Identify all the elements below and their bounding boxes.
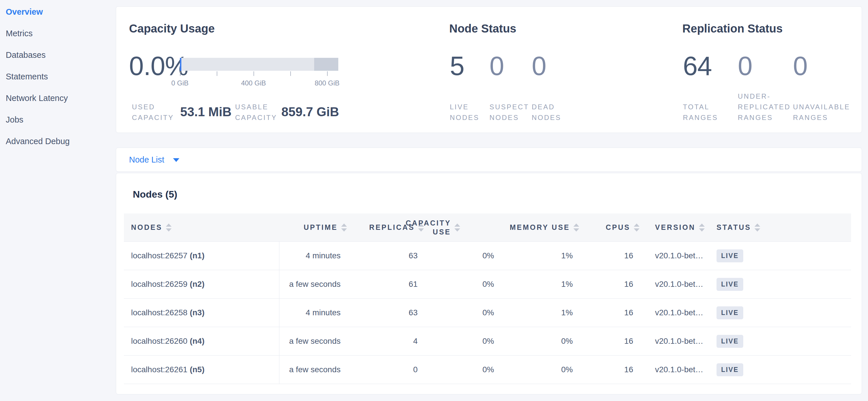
node-status-title: Node Status [449, 23, 516, 34]
gauge-tick [180, 71, 181, 76]
table-row[interactable]: localhost:26261(n5) a few seconds 0 0% 0… [124, 355, 851, 384]
uptime-cell: a few seconds [279, 270, 349, 298]
status-cell: LIVE [711, 298, 851, 327]
nodes-table: NODES UPTIME REPLICAS CAPACITY USE MEMOR… [124, 213, 851, 384]
sort-icon [574, 224, 579, 232]
used-capacity-value: 53.1 MiB [180, 106, 232, 118]
sidebar-item-metrics[interactable]: Metrics [0, 23, 116, 44]
sort-icon [341, 224, 347, 232]
status-cell: LIVE [711, 327, 851, 355]
suspect-nodes-count: 0 [490, 53, 504, 79]
capacity-gauge [180, 58, 338, 71]
version-cell: v20.1.0-bet… [642, 270, 711, 298]
dead-nodes-count: 0 [532, 53, 546, 79]
uptime-cell: a few seconds [279, 327, 349, 355]
total-ranges-label: TOTAL RANGES [683, 102, 726, 123]
uptime-cell: 4 minutes [279, 241, 349, 270]
node-list-dropdown-label: Node List [129, 155, 164, 165]
cpus-cell: 16 [582, 355, 642, 384]
capacity-gauge-reserved-segment [314, 58, 338, 71]
gauge-tick-label: 400 GiB [241, 79, 266, 87]
gauge-tick-label: 800 GiB [315, 79, 340, 87]
column-header-uptime[interactable]: UPTIME [279, 223, 349, 232]
sidebar-item-statements[interactable]: Statements [0, 66, 116, 87]
uptime-cell: a few seconds [279, 355, 349, 384]
gauge-tick [217, 71, 217, 76]
cpus-cell: 16 [582, 327, 642, 355]
sort-icon [455, 224, 500, 232]
column-header-memory-use[interactable]: MEMORY USE [503, 223, 582, 232]
node-address-cell: localhost:26258(n3) [124, 298, 279, 327]
sidebar: Overview Metrics Databases Statements Ne… [0, 0, 116, 401]
node-address-cell: localhost:26257(n1) [124, 241, 279, 270]
sidebar-item-databases[interactable]: Databases [0, 44, 116, 66]
replication-status-title: Replication Status [682, 23, 783, 34]
gauge-tick [290, 71, 291, 76]
memory-use-cell: 0% [503, 355, 582, 384]
live-nodes-count: 5 [450, 53, 464, 79]
replicas-cell: 61 [349, 270, 426, 298]
memory-use-cell: 0% [503, 327, 582, 355]
column-header-capacity-use[interactable]: CAPACITY USE [426, 219, 503, 236]
capacity-usage-title: Capacity Usage [129, 23, 215, 34]
nodes-card: Nodes (5) NODES UPTIME REPLICAS CAPACITY… [116, 173, 862, 394]
unavailable-ranges-label: UNAVAILABLE RANGES [793, 102, 863, 123]
status-badge: LIVE [716, 335, 743, 348]
usable-capacity-label: USABLE CAPACITY [235, 102, 275, 123]
status-cell: LIVE [711, 355, 851, 384]
usable-capacity-value: 859.7 GiB [281, 106, 339, 118]
sidebar-item-overview[interactable]: Overview [0, 1, 116, 23]
sidebar-item-jobs[interactable]: Jobs [0, 109, 116, 131]
version-cell: v20.1.0-bet… [642, 327, 711, 355]
cluster-summary-card: Capacity Usage 0.0% 0 GiB 400 GiB 800 Gi… [116, 6, 862, 133]
used-capacity-label: USED CAPACITY [132, 102, 172, 123]
unavailable-ranges-count: 0 [793, 53, 807, 79]
version-cell: v20.1.0-bet… [642, 241, 711, 270]
node-address-cell: localhost:26261(n5) [124, 355, 279, 384]
chevron-down-icon [173, 158, 179, 162]
main-content: Capacity Usage 0.0% 0 GiB 400 GiB 800 Gi… [116, 6, 862, 394]
cpus-cell: 16 [582, 298, 642, 327]
table-row[interactable]: localhost:26260(n4) a few seconds 4 0% 0… [124, 327, 851, 355]
memory-use-cell: 1% [503, 241, 582, 270]
view-selector-card: Node List [116, 148, 862, 172]
sidebar-item-advanced-debug[interactable]: Advanced Debug [0, 131, 116, 152]
capacity-use-cell: 0% [426, 270, 503, 298]
column-header-cpus[interactable]: CPUS [582, 223, 642, 232]
nodes-heading: Nodes (5) [133, 189, 177, 199]
capacity-use-cell: 0% [426, 241, 503, 270]
gauge-tick [327, 71, 328, 76]
under-replicated-ranges-count: 0 [738, 53, 752, 79]
gauge-tick [253, 71, 254, 76]
status-cell: LIVE [711, 270, 851, 298]
cpus-cell: 16 [582, 241, 642, 270]
memory-use-cell: 1% [503, 270, 582, 298]
table-row[interactable]: localhost:26258(n3) 4 minutes 63 0% 1% 1… [124, 298, 851, 327]
sort-icon [754, 224, 760, 232]
column-header-status[interactable]: STATUS [711, 223, 851, 232]
status-badge: LIVE [716, 363, 743, 376]
version-cell: v20.1.0-bet… [642, 355, 711, 384]
sort-icon [634, 224, 640, 232]
replicas-cell: 63 [349, 241, 426, 270]
node-list-dropdown[interactable]: Node List [129, 155, 179, 165]
under-replicated-ranges-label: UNDER-REPLICATED RANGES [738, 91, 800, 123]
sort-icon [699, 224, 705, 232]
table-row[interactable]: localhost:26259(n2) a few seconds 61 0% … [124, 270, 851, 298]
capacity-use-cell: 0% [426, 327, 503, 355]
sidebar-item-network-latency[interactable]: Network Latency [0, 87, 116, 109]
nodes-table-header: NODES UPTIME REPLICAS CAPACITY USE MEMOR… [124, 213, 851, 241]
version-cell: v20.1.0-bet… [642, 298, 711, 327]
cpus-cell: 16 [582, 270, 642, 298]
uptime-cell: 4 minutes [279, 298, 349, 327]
node-address-cell: localhost:26259(n2) [124, 270, 279, 298]
status-badge: LIVE [716, 250, 743, 262]
replicas-cell: 63 [349, 298, 426, 327]
column-header-nodes[interactable]: NODES [124, 223, 279, 232]
capacity-percent: 0.0% [129, 53, 188, 79]
column-header-version[interactable]: VERSION [642, 223, 711, 232]
live-nodes-label: LIVE NODES [450, 102, 487, 123]
table-row[interactable]: localhost:26257(n1) 4 minutes 63 0% 1% 1… [124, 241, 851, 270]
capacity-use-cell: 0% [426, 298, 503, 327]
suspect-nodes-label: SUSPECT NODES [490, 102, 527, 123]
